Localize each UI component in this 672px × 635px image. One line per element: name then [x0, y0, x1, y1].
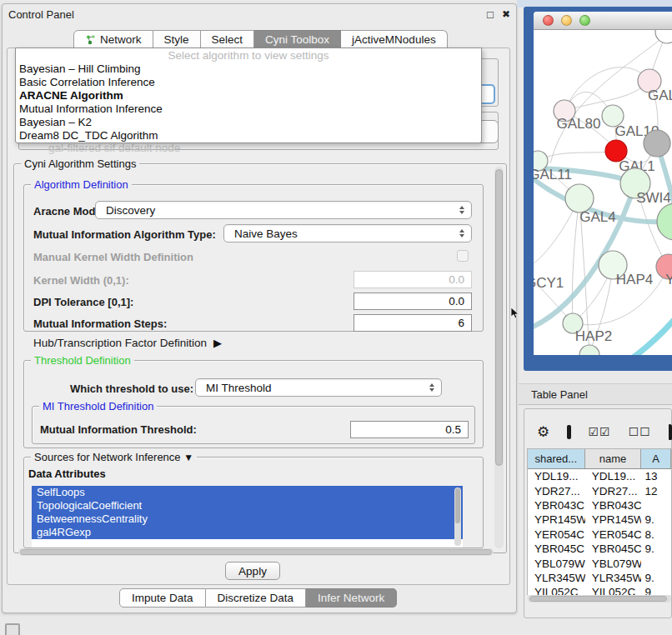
table-cell: YDR27...	[585, 483, 642, 498]
dpi-tolerance-field[interactable]: 0.0	[354, 292, 472, 310]
new-table-icon[interactable]	[669, 424, 672, 440]
algorithm-popup-item[interactable]: Bayesian – Hill Climbing	[16, 62, 481, 76]
table-cell: YBR045C	[585, 542, 642, 556]
select-all-columns-icon[interactable]: ☑☑	[589, 425, 611, 438]
table-cell	[641, 556, 671, 570]
aracne-mode-combobox[interactable]: Discovery	[95, 201, 472, 219]
tab-cyni-toolbox-label: Cyni Toolbox	[265, 33, 329, 46]
table-panel-header: Table Panel	[519, 383, 672, 405]
expand-right-icon[interactable]: ▶	[213, 337, 222, 349]
table-row[interactable]: YBR043CYBR043C	[528, 498, 671, 512]
minimize-traffic-light-icon[interactable]	[561, 15, 572, 26]
manual-kernel-width-label: Manual Kernel Width Definition	[33, 251, 193, 263]
table-cell: YER054C	[528, 528, 585, 542]
tab-discretize-data[interactable]: Discretize Data	[206, 588, 307, 608]
algorithm-popup-item[interactable]: Bayesian – K2	[16, 116, 481, 129]
network-node[interactable]	[644, 130, 670, 157]
tab-impute-data-label: Impute Data	[132, 592, 193, 604]
tab-style[interactable]: Style	[153, 30, 201, 49]
cyan-edge	[632, 318, 672, 355]
network-node-label: GAL11	[534, 167, 572, 182]
mi-algorithm-type-combobox[interactable]: Naive Bayes	[223, 224, 472, 242]
table-column-header[interactable]: shared...	[528, 449, 585, 468]
aracne-mode-value: Discovery	[106, 204, 155, 217]
table-row[interactable]: YBR045CYBR045C9.	[528, 542, 671, 556]
table-column-header[interactable]: A	[641, 449, 671, 468]
mi-threshold-field[interactable]: 0.5	[350, 421, 469, 438]
table-cell: 12	[641, 483, 671, 498]
tab-infer-network-label: Infer Network	[318, 592, 384, 604]
threshold-definition-title: Threshold Definition	[31, 354, 134, 367]
table-cell	[641, 498, 671, 512]
tab-jactivemnodules[interactable]: jActiveMNodules	[341, 30, 448, 49]
zoom-traffic-light-icon[interactable]	[579, 15, 590, 26]
apply-button[interactable]: Apply	[225, 562, 280, 580]
table-cell: YDR27...	[528, 483, 585, 498]
mi-steps-field[interactable]: 6	[354, 314, 472, 332]
table-panel-title: Table Panel	[531, 388, 588, 401]
tab-network[interactable]: Network	[73, 30, 153, 49]
table-cell: YLR345W	[528, 571, 585, 585]
network-node[interactable]	[657, 203, 672, 240]
application-root: Control Panel □ ✖ Network Style Select C…	[0, 0, 672, 635]
tab-select[interactable]: Select	[201, 30, 255, 49]
tab-impute-data[interactable]: Impute Data	[119, 588, 206, 608]
data-attribute-item-selected[interactable]: SelfLoops	[32, 486, 463, 499]
combo-arrows-icon	[459, 206, 464, 214]
tab-select-label: Select	[212, 33, 243, 46]
table-row[interactable]: YER054CYER054C8.	[528, 528, 671, 542]
hub-transcription-factor-section[interactable]: Hub/Transcription Factor Definition ▶	[33, 337, 222, 349]
table-rows: YDL19...YDL19...13YDR27...YDR27...12YBR0…	[528, 469, 671, 595]
data-attributes-list[interactable]: SelfLoopsTopologicalCoefficientBetweenne…	[32, 486, 463, 548]
unselect-all-columns-icon[interactable]: ☐☐	[629, 425, 651, 438]
manual-kernel-width-checkbox[interactable]	[457, 250, 469, 262]
table-row[interactable]: YBL079WYBL079W	[528, 556, 671, 570]
control-panel-title: Control Panel	[8, 8, 479, 21]
table-cell: YPR145W	[528, 512, 585, 527]
show-columns-icon[interactable]	[567, 425, 570, 439]
algorithm-popup-item[interactable]: Mutual Information Inference	[16, 102, 481, 116]
algorithm-popup-item[interactable]: Dream8 DC_TDC Algorithm	[16, 129, 481, 142]
table-row[interactable]: YDR27...YDR27...12	[528, 483, 671, 498]
settings-vertical-scrollbar-thumb[interactable]	[495, 169, 503, 466]
attributes-list-scrollbar-thumb[interactable]	[455, 488, 460, 523]
which-threshold-combobox[interactable]: MI Threshold	[195, 378, 442, 397]
algorithm-popup-item[interactable]: Basic Correlation Inference	[16, 76, 481, 89]
data-attribute-item-selected[interactable]: BetweennessCentrality	[32, 512, 463, 526]
expand-down-icon[interactable]: ▼	[183, 452, 193, 463]
table-cell: 8.	[641, 528, 671, 542]
network-canvas[interactable]: GALGAL80GAL10GAL1GAL11SWI4GAL4HAP4YGCY1H…	[534, 30, 672, 355]
table-column-header[interactable]: name	[585, 449, 642, 468]
table-cell: YPR145W	[585, 512, 642, 527]
data-attribute-item-selected[interactable]: gal4RGexp	[32, 526, 463, 539]
table-cell: 9.	[641, 512, 671, 527]
tab-jactivemnodules-label: jActiveMNodules	[352, 33, 436, 46]
table-row[interactable]: YDL19...YDL19...13	[528, 469, 671, 483]
tab-infer-network[interactable]: Infer Network	[306, 588, 397, 608]
network-window-titlebar[interactable]	[534, 12, 672, 30]
table-settings-gear-icon[interactable]: ⚙	[537, 425, 549, 439]
data-attribute-item-selected[interactable]: TopologicalCoefficient	[32, 499, 463, 512]
network-node[interactable]	[579, 345, 599, 355]
node-table[interactable]: shared...nameA YDL19...YDL19...13YDR27..…	[527, 448, 672, 595]
close-traffic-light-icon[interactable]	[543, 15, 554, 26]
collapsed-panel-icon[interactable]	[5, 623, 20, 635]
table-row[interactable]: YLR345WYLR345W9.	[528, 571, 671, 585]
float-window-icon[interactable]: □	[487, 9, 494, 20]
tab-cyni-toolbox[interactable]: Cyni Toolbox	[254, 30, 341, 49]
table-cell: YBL079W	[585, 556, 642, 570]
table-row[interactable]: YPR145WYPR145W9.	[528, 512, 671, 527]
network-node-label: HAP2	[575, 328, 612, 344]
table-row[interactable]: YIL052CYIL052C9	[528, 585, 671, 595]
kernel-width-value: 0.0	[449, 273, 464, 286]
network-node-gal4[interactable]	[565, 184, 594, 212]
mi-steps-value: 6	[458, 317, 464, 329]
algorithm-popup-item[interactable]: ARACNE Algorithm	[16, 89, 481, 102]
dpi-tolerance-label: DPI Tolerance [0,1]:	[33, 296, 133, 308]
control-panel-titlebar: Control Panel □ ✖	[2, 3, 517, 25]
network-node-label: GCY1	[534, 275, 564, 291]
settings-horizontal-scrollbar-thumb[interactable]	[20, 549, 492, 555]
close-window-icon[interactable]: ✖	[502, 9, 510, 19]
table-horizontal-scrollbar-thumb[interactable]	[529, 596, 667, 602]
kernel-width-field[interactable]: 0.0	[354, 271, 472, 288]
